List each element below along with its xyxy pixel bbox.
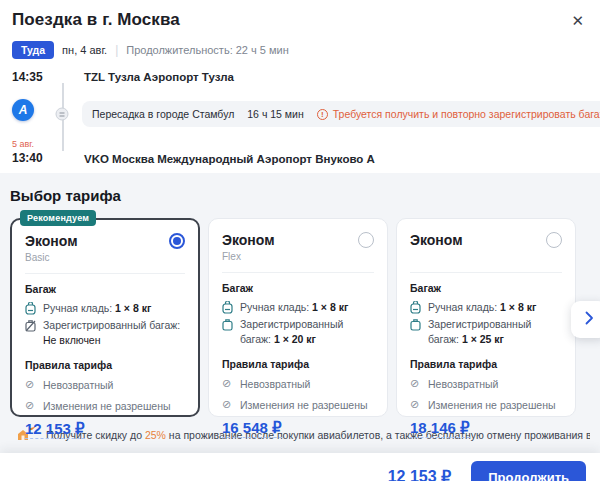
tariff-price[interactable]: 12 153 ₽: [25, 420, 85, 439]
checked-baggage-row: Зарегистрированный багаж: 1 × 20 кг: [222, 317, 374, 347]
tariff-section-title: Выбор тарифа: [10, 187, 590, 204]
depart-time: 14:35: [12, 69, 54, 95]
baggage-header: Багаж: [410, 282, 562, 294]
tariff-radio[interactable]: [169, 233, 185, 249]
arrive-datetime: 5 авг. 13:40: [12, 133, 54, 165]
checked-baggage-value: 1 × 25 кг: [462, 333, 504, 345]
prohibited-icon: ⊘: [410, 378, 422, 390]
tariff-subtitle: [410, 251, 562, 264]
rule-text: Изменения не разрешены: [240, 398, 368, 413]
tariff-title: Эконом: [410, 232, 463, 248]
prohibited-icon: ⊘: [410, 399, 422, 411]
hand-baggage-value: 1 × 8 кг: [312, 301, 348, 313]
direction-badge: Туда: [12, 41, 54, 59]
arrive-airport: VKO Москва Международный Аэропорт Внуков…: [70, 151, 375, 165]
rule-text: Невозвратный: [43, 378, 113, 393]
layover-city: Пересадка в городе Стамбул: [92, 108, 234, 120]
transfer-icon: [56, 108, 69, 121]
airline-logo-letter: A: [19, 103, 28, 117]
continue-button[interactable]: Продолжить: [471, 461, 586, 481]
baggage-header: Багаж: [222, 282, 374, 294]
rule-row: ⊘ Невозвратный: [410, 377, 562, 392]
backpack-icon: [25, 302, 37, 315]
tariff-title: Эконом: [222, 232, 275, 248]
baggage-warning-text: Требуется получить и повторно зарегистри…: [333, 108, 600, 120]
checked-baggage-value: 1 × 20 кг: [274, 333, 316, 345]
checked-baggage-label: Зарегистрированный багаж:: [43, 319, 180, 331]
rules-header: Правила тарифа: [25, 359, 185, 371]
hand-baggage-value: 1 × 8 кг: [115, 302, 151, 314]
hand-baggage-row: Ручная кладь: 1 × 8 кг: [410, 300, 562, 315]
baggage-header: Багаж: [25, 283, 185, 295]
warning-icon: !: [317, 109, 328, 120]
layover-duration: 16 ч 15 мин: [247, 108, 303, 120]
meta-divider: |: [115, 43, 118, 57]
tariff-radio[interactable]: [358, 232, 374, 248]
recommended-badge: Рекомендуем: [20, 210, 96, 226]
hand-baggage-label: Ручная кладь:: [43, 302, 112, 314]
checked-baggage-value: Не включен: [43, 334, 101, 346]
tariff-price[interactable]: 16 548 ₽: [222, 419, 282, 438]
tariff-title: Эконом: [25, 233, 78, 249]
divider: [410, 272, 562, 273]
suitcase-crossed-icon: [25, 319, 37, 332]
total-price[interactable]: 12 153 ₽: [388, 467, 452, 481]
hand-baggage-label: Ручная кладь:: [240, 301, 309, 313]
page-title: Поездка в г. Москва: [12, 10, 180, 30]
hand-baggage-value: 1 × 8 кг: [500, 301, 536, 313]
route-timeline: 14:35 TZL Тузла Аэропорт Тузла A Пересад…: [0, 69, 600, 173]
tariff-card-econom-basic[interactable]: Рекомендуем Эконом Basic Багаж Ручная кл…: [10, 218, 200, 417]
timeline-line: [54, 95, 70, 133]
rule-row: ⊘ Изменения не разрешены: [410, 398, 562, 413]
trip-meta: Туда пн, 4 авг. | Продолжительность: 22 …: [0, 33, 600, 69]
tariff-subtitle: Flex: [222, 251, 374, 264]
timeline-line: [54, 133, 70, 165]
baggage-warning: ! Требуется получить и повторно зарегист…: [317, 108, 600, 120]
next-tariffs-button[interactable]: [571, 301, 600, 338]
suitcase-icon: [222, 318, 234, 331]
tariff-radio[interactable]: [546, 232, 562, 248]
backpack-icon: [222, 301, 234, 314]
rule-text: Невозвратный: [428, 377, 498, 392]
tariff-section: Выбор тарифа Рекомендуем Эконом Basic Ба…: [0, 173, 600, 453]
rule-text: Изменения не разрешены: [43, 399, 171, 414]
tariff-price[interactable]: 18 146 ₽: [410, 419, 470, 438]
layover-info: Пересадка в городе Стамбул 16 ч 15 мин !…: [82, 101, 600, 127]
suitcase-icon: [410, 318, 422, 331]
trip-date: пн, 4 авг.: [62, 44, 107, 56]
rules-header: Правила тарифа: [410, 358, 562, 370]
divider: [222, 272, 374, 273]
rule-row: ⊘ Изменения не разрешены: [25, 399, 185, 414]
backpack-icon: [410, 301, 422, 314]
arrive-date: 5 авг.: [12, 139, 54, 149]
rule-row: ⊘ Невозвратный: [222, 377, 374, 392]
airline-logo: A: [12, 95, 54, 133]
modal-header: Поездка в г. Москва ✕: [0, 0, 600, 33]
layover-row: Пересадка в городе Стамбул 16 ч 15 мин !…: [70, 95, 600, 133]
hand-baggage-row: Ручная кладь: 1 × 8 кг: [25, 301, 185, 316]
close-icon[interactable]: ✕: [569, 10, 586, 31]
checked-baggage-row: Зарегистрированный багаж: Не включен: [25, 318, 185, 348]
rule-text: Невозвратный: [240, 377, 310, 392]
prohibited-icon: ⊘: [25, 379, 37, 391]
tariff-subtitle: Basic: [25, 252, 185, 265]
arrive-time: 13:40: [12, 150, 54, 165]
rules-header: Правила тарифа: [222, 358, 374, 370]
timeline-line: [54, 69, 70, 95]
checked-baggage-row: Зарегистрированный багаж: 1 × 25 кг: [410, 317, 562, 347]
footer-bar: 12 153 ₽ Продолжить: [0, 453, 600, 481]
tariff-cards: Рекомендуем Эконом Basic Багаж Ручная кл…: [10, 218, 590, 417]
prohibited-icon: ⊘: [222, 378, 234, 390]
prohibited-icon: ⊘: [25, 400, 37, 412]
hand-baggage-label: Ручная кладь:: [428, 301, 497, 313]
depart-airport: TZL Тузла Аэропорт Тузла: [70, 69, 600, 95]
hand-baggage-row: Ручная кладь: 1 × 8 кг: [222, 300, 374, 315]
rule-row: ⊘ Невозвратный: [25, 378, 185, 393]
trip-duration: Продолжительность: 22 ч 5 мин: [126, 44, 289, 56]
tariff-card-econom-standard[interactable]: Эконом Багаж Ручная кладь: 1 × 8 кг Заре…: [396, 218, 576, 417]
tariff-card-econom-flex[interactable]: Эконом Flex Багаж Ручная кладь: 1 × 8 кг…: [208, 218, 388, 417]
rule-text: Изменения не разрешены: [428, 398, 556, 413]
divider: [25, 273, 185, 274]
chevron-right-icon: [585, 311, 594, 329]
rule-row: ⊘ Изменения не разрешены: [222, 398, 374, 413]
